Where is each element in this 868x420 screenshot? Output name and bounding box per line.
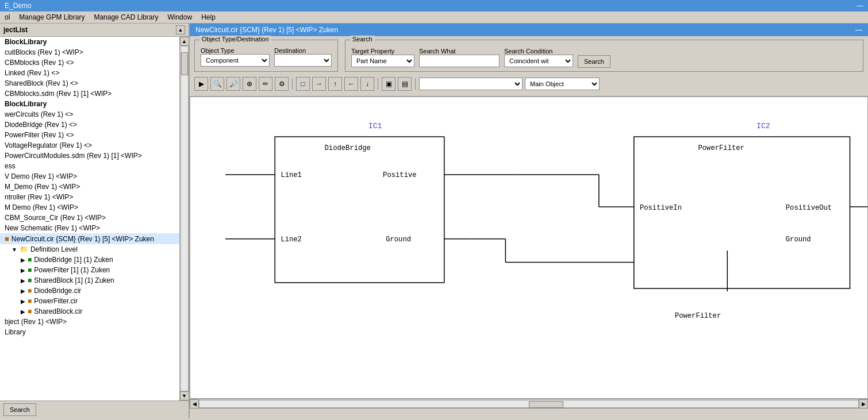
main-object-select[interactable]: Main Object Sub Object (525, 78, 600, 90)
sidebar-item-voltagereg[interactable]: VoltageRegulator (Rev 1) <> (0, 140, 179, 151)
hscroll-track[interactable] (199, 400, 859, 408)
sidebar-item-bject[interactable]: bject (Rev 1) <WIP> (0, 317, 179, 327)
sidebar-item-cbm-source[interactable]: CBM_Source_Cir (Rev 1) <WIP> (0, 213, 179, 223)
ic1-pin-line2-label: Line2 (281, 236, 302, 244)
menu-item-cad[interactable]: Manage CAD Library (94, 13, 158, 21)
sidebar-footer: Search (0, 400, 189, 418)
sidebar-item-ess[interactable]: ess (0, 161, 179, 171)
sidebar-item-library[interactable]: Library (0, 327, 179, 337)
vscroll-up[interactable]: ▲ (180, 37, 189, 46)
object-type-select[interactable]: Component Net Pin Symbol (201, 54, 270, 67)
menu-item-tool[interactable]: ol (5, 13, 10, 21)
expand-icon4: ▶ (21, 278, 25, 284)
sidebar-item-linked[interactable]: Linked (Rev 1) <> (0, 68, 179, 78)
sidebar-tree[interactable]: BlockLibrary cuitBlocks (Rev 1) <WIP> CB… (0, 37, 179, 400)
sidebar-item-new-schematic[interactable]: New Schematic (Rev 1) <WIP> (0, 223, 179, 233)
ic2-pin-ground-label: Ground (786, 236, 811, 244)
toolbar-grid[interactable]: ✏ (259, 77, 272, 91)
doc-tab-minimize[interactable]: — (855, 26, 862, 34)
horizontal-scrollbar[interactable]: ◀ ▶ (190, 399, 868, 408)
sidebar-item-powerfilter-def[interactable]: ▶ ■ PowerFilter [1] (1) Zuken (0, 265, 179, 275)
sidebar-item-cbmblocks1[interactable]: CBMblocks (Rev 1) <> (0, 57, 179, 68)
expand-icon3: ▶ (21, 267, 25, 273)
sidebar-item-vdemo[interactable]: V Demo (Rev 1) <WIP> (0, 171, 179, 182)
sidebar-item-blocklibrary1[interactable]: BlockLibrary (0, 37, 179, 47)
target-property-select[interactable]: Part Name Reference Value Footprint (351, 55, 414, 67)
menu-item-window[interactable]: Window (167, 13, 192, 21)
block-icon4: ■ (28, 287, 32, 295)
schematic-icon: ■ (5, 234, 9, 243)
hscroll-right[interactable]: ▶ (859, 399, 868, 409)
toolbar-settings[interactable]: ⚙ (275, 77, 289, 91)
menu-item-gpm[interactable]: Manage GPM Library (19, 13, 85, 21)
toolbar-right[interactable]: → (312, 77, 326, 91)
toolbar-area: Object Type/Destination Object Type Comp… (190, 36, 868, 97)
toolbar-zoom-fit[interactable]: ⊕ (243, 77, 256, 91)
sidebar-item-blocklibrary2[interactable]: BlockLibrary (0, 99, 179, 109)
sidebar-item-definition-level[interactable]: ▼ 📁 Definition Level (0, 244, 179, 255)
object-type-group: Object Type/Destination Object Type Comp… (194, 40, 338, 72)
toolbar-up[interactable]: ↑ (328, 77, 342, 91)
toolbar-sep2 (378, 78, 378, 90)
toolbar-place[interactable]: □ (296, 77, 310, 91)
sidebar-item-powercircuit-sdm[interactable]: PowerCircuitModules.sdm (Rev 1) [1] <WIP… (0, 151, 179, 161)
search-what-input[interactable] (419, 55, 500, 67)
search-condition-select[interactable]: Coincident wit Contains Starts with Ends… (504, 55, 573, 67)
sidebar-item-sharedblock-def[interactable]: ▶ ■ SharedBlock [1] (1) Zuken (0, 275, 179, 286)
sidebar-item-newcircuit[interactable]: ■ NewCircuit.cir {SCM} (Rev 1) [5] <WIP>… (0, 233, 179, 244)
toolbar-left[interactable]: ← (344, 77, 358, 91)
sidebar-item-cuitblocks[interactable]: cuitBlocks (Rev 1) <WIP> (0, 47, 179, 57)
sidebar-item-diodebridge-def[interactable]: ▶ ■ DiodeBridge [1] (1) Zuken (0, 255, 179, 265)
main-layout: jectList ▲ BlockLibrary cuitBlocks (Rev … (0, 24, 868, 418)
block-icon1: ■ (28, 256, 32, 264)
toolbar-zoom-out[interactable]: 🔎 (226, 77, 240, 91)
sidebar-title: jectList (3, 26, 28, 34)
block-icon5: ■ (28, 297, 32, 305)
toolbar-down[interactable]: ↓ (360, 77, 374, 91)
expand-icon5: ▶ (21, 288, 25, 294)
toolbar-copy[interactable]: ▣ (382, 77, 395, 91)
sidebar-search-button[interactable]: Search (3, 403, 36, 416)
sidebar-vscroll[interactable]: ▲ ▼ (179, 37, 189, 400)
vscroll-thumb[interactable] (181, 52, 188, 75)
search-button[interactable]: Search (578, 55, 610, 68)
doc-tab-title[interactable]: NewCircuit.cir {SCM} (Rev 1) [5] <WIP> Z… (195, 26, 338, 34)
sidebar-resize-handle[interactable]: ▲ (176, 25, 185, 34)
sidebar-item-powerfilter1[interactable]: PowerFilter (Rev 1) <> (0, 130, 179, 140)
sidebar-item-diodebridge-cir[interactable]: ▶ ■ DiodeBridge.cir (0, 286, 179, 296)
vscroll-track[interactable] (180, 46, 189, 391)
ic2-box (634, 137, 850, 288)
hscroll-left[interactable]: ◀ (190, 399, 199, 409)
block-icon2: ■ (28, 266, 32, 274)
block-icon6: ■ (28, 307, 32, 315)
vscroll-down[interactable]: ▼ (180, 391, 189, 400)
folder-icon: 📁 (20, 245, 28, 253)
sidebar-item-mdemo1[interactable]: M_Demo (Rev 1) <WIP> (0, 182, 179, 192)
menu-item-help[interactable]: Help (201, 13, 216, 21)
view-select[interactable] (419, 78, 523, 90)
ic2-pin-positiveout-label: PositiveOut (786, 204, 832, 212)
expand-icon7: ▶ (21, 309, 25, 315)
toolbar-arrow[interactable]: ▶ (194, 77, 208, 91)
toolbar-sep3 (415, 78, 416, 90)
hscroll-thumb[interactable] (529, 401, 563, 408)
minimize-button[interactable]: — (857, 2, 863, 10)
sidebar-item-sharedblock1[interactable]: SharedBlock (Rev 1) <> (0, 78, 179, 88)
destination-select[interactable]: Local Remote (274, 54, 332, 67)
toolbar-paste[interactable]: ▤ (398, 77, 412, 91)
sidebar-item-ntroller[interactable]: ntroller (Rev 1) <WIP> (0, 192, 179, 202)
filter-panel: Object Type/Destination Object Type Comp… (194, 40, 863, 72)
schematic-canvas-area[interactable]: IC1 DiodeBridge Line1 Line2 Positive Gro… (190, 97, 868, 399)
sidebar-item-wercircuits[interactable]: werCircuits (Rev 1) <> (0, 109, 179, 120)
sidebar-item-mdemo2[interactable]: M Demo (Rev 1) <WIP> (0, 202, 179, 213)
sidebar-item-cbmblocks-sdm[interactable]: CBMblocks.sdm (Rev 1) [1] <WIP> (0, 88, 179, 99)
ic1-box (275, 137, 444, 283)
sidebar-item-diodebridge1[interactable]: DiodeBridge (Rev 1) <> (0, 120, 179, 130)
sidebar-item-sharedblock-cir[interactable]: ▶ ■ SharedBlock.cir (0, 306, 179, 317)
ic2-bottom-label: PowerFilter (675, 312, 721, 320)
toolbar-zoom-in[interactable]: 🔍 (210, 77, 224, 91)
sidebar-item-powerfilter-cir[interactable]: ▶ ■ PowerFilter.cir (0, 296, 179, 306)
object-type-row: Object Type Component Net Pin Symbol Des… (201, 47, 332, 67)
ic2-pin-positivein-label: PositiveIn (640, 204, 682, 212)
search-row: Target Property Part Name Reference Valu… (351, 47, 857, 68)
